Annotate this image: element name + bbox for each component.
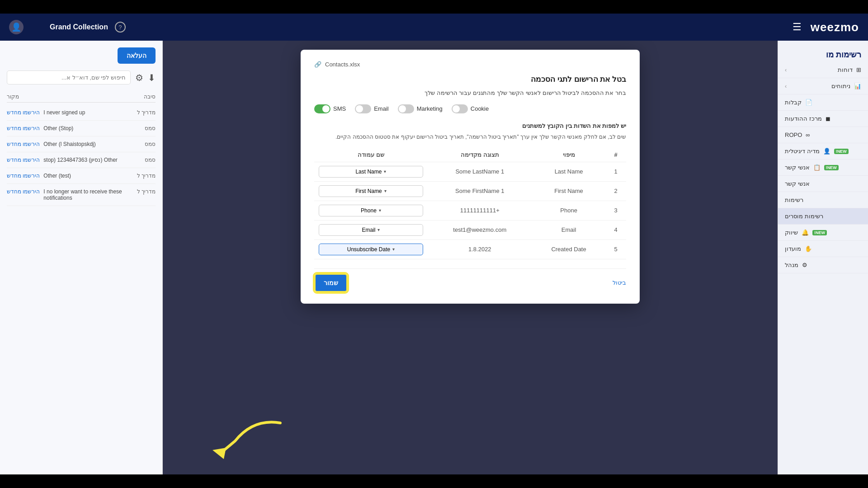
contact-list: מדריך ל I never signed up הירשמו מחדש סמ…	[7, 105, 156, 206]
mapping-col-header: תצוגה מקדימה	[428, 148, 532, 162]
sidebar-item-1[interactable]: 📊ניתוחים›	[778, 78, 868, 94]
re-register-link[interactable]: הירשמו מחדש	[7, 188, 40, 195]
re-register-link[interactable]: הירשמו מחדש	[7, 141, 40, 147]
toggle-item: Cookie	[452, 104, 489, 113]
mapping-col-header: מיפוי	[532, 148, 606, 162]
sidebar-item-9[interactable]: רשימות מוסרים	[778, 208, 868, 225]
download-icon[interactable]: ⬇	[148, 72, 156, 83]
sidebar-item-label: דוחות	[838, 66, 853, 73]
mapping-select-cell[interactable]: ▾ Phone	[314, 201, 428, 220]
mapping-select-cell[interactable]: ▾ First Name	[314, 181, 428, 201]
mapping-select-cell[interactable]: ▾ Email	[314, 220, 428, 239]
list-item: מדריך ל Other (test) הירשמו מחדש	[7, 168, 156, 184]
select-value: Unsubscribe Date	[347, 246, 390, 253]
sidebar-item-label: אנשי קשר	[785, 164, 810, 171]
mapping-col-header: שם עמודה	[314, 148, 428, 162]
link-icon: 🔗	[314, 61, 321, 68]
select-arrow: ▾	[379, 208, 381, 213]
sidebar-item-3[interactable]: ◼מרכז ההודעות	[778, 111, 868, 127]
reason-text: I never signed up	[40, 109, 137, 116]
mapping-title: יש למפות את השדות בין הקובץ למשתנים	[314, 122, 626, 129]
select-arrow: ▾	[377, 227, 380, 232]
toggle-row: Cookie Marketing Email SMS	[314, 104, 626, 113]
sidebar-item-4[interactable]: ∞ROPO	[778, 127, 868, 143]
search-input[interactable]	[7, 70, 131, 84]
sidebar-item-label: אנשי קשר	[785, 180, 810, 187]
toggle-item: Marketing	[398, 104, 443, 113]
re-register-link[interactable]: הירשמו מחדש	[7, 157, 40, 163]
preview-cell: Some LastName 1	[428, 162, 532, 181]
sidebar-item-7[interactable]: אנשי קשר	[778, 176, 868, 192]
toggle-label: SMS	[333, 105, 346, 112]
sidebar-item-10[interactable]: NEW!🔔שיווק	[778, 225, 868, 241]
sidebar-item-8[interactable]: רשימות	[778, 192, 868, 208]
svg-marker-0	[212, 448, 226, 459]
sidebar-item-5[interactable]: NEW!👤מדיה דיגיטלית	[778, 143, 868, 160]
sidebar-item-icon: ⚙	[802, 262, 807, 268]
save-button[interactable]: שמור	[314, 273, 348, 292]
toggle-item: Email	[355, 104, 389, 113]
modal-dialog: Contacts.xlsx 🔗 בטל את הרישום לתגי הסכמה…	[301, 50, 640, 304]
sidebar-item-icon: ◼	[826, 115, 830, 122]
upload-button[interactable]: העלאה	[118, 47, 156, 64]
select-value: Email	[362, 227, 375, 233]
sidebar-items-container: ⊞דוחות›📊ניתוחים›📄קבלות◼מרכז ההודעות∞ROPO…	[778, 62, 868, 273]
row-number: 2	[605, 181, 626, 201]
select-arrow: ▾	[384, 188, 387, 193]
brand-logo: weezmo	[811, 20, 859, 34]
sidebar-item-label: רשימות	[785, 197, 803, 203]
toggle-item: SMS	[314, 104, 346, 113]
preview-cell: test1@weezmo.com	[428, 220, 532, 239]
row-number: 4	[605, 220, 626, 239]
sidebar-item-11[interactable]: ✋מועדון	[778, 241, 868, 257]
re-register-link[interactable]: הירשמו מחדש	[7, 173, 40, 179]
re-register-link[interactable]: הירשמו מחדש	[7, 125, 40, 131]
sidebar-item-2[interactable]: 📄קבלות	[778, 94, 868, 111]
row-number: 3	[605, 201, 626, 220]
flag-icon	[30, 23, 43, 32]
column-name-cell: First Name	[532, 181, 606, 201]
select-value: Last Name	[355, 169, 382, 175]
help-button[interactable]: ?	[115, 22, 126, 33]
reason-text: Other (נסיון) 1234847363 (stop	[40, 157, 145, 163]
toggle-switch-email[interactable]	[355, 104, 371, 113]
toggle-switch-sms[interactable]	[314, 104, 330, 113]
sidebar-item-label: רשימות מוסרים	[785, 213, 823, 220]
list-item: סמס Other (l Shaistopskdj) הירשמו מחדש	[7, 136, 156, 152]
row-number: 1	[605, 162, 626, 181]
sidebar-item-12[interactable]: ⚙מנהל	[778, 257, 868, 273]
sidebar-item-label: קבלות	[785, 99, 802, 106]
toggle-label: Cookie	[471, 105, 489, 112]
source-text: סמס	[145, 141, 156, 147]
sidebar-item-icon: 📋	[813, 164, 821, 171]
sidebar-item-6[interactable]: NEW!📋אנשי קשר	[778, 160, 868, 176]
sidebar-item-0[interactable]: ⊞דוחות›	[778, 62, 868, 78]
toggle-switch-cookie[interactable]	[452, 104, 468, 113]
menu-button[interactable]: ☰	[793, 21, 802, 33]
mapping-select-cell[interactable]: ▾ Unsubscribe Date	[314, 239, 428, 259]
toggle-switch-marketing[interactable]	[398, 104, 414, 113]
main-layout: העלאה ⬇ ⚙ סיבה מקור מדריך ל I never sign…	[0, 41, 868, 488]
table-header: סיבה מקור	[7, 91, 156, 103]
source-text: מדריך ל	[137, 188, 156, 195]
sidebar-header: רשימות מו	[778, 45, 868, 62]
mapping-select-cell[interactable]: ▾ Last Name	[314, 162, 428, 181]
black-bar-top	[0, 0, 868, 14]
user-avatar[interactable]: 👤	[9, 20, 24, 34]
mapping-row: 5 Created Date 1.8.2022 ▾ Unsubscribe Da…	[314, 239, 626, 259]
sidebar-item-icon: ∞	[806, 131, 810, 138]
re-register-link[interactable]: הירשמו מחדש	[7, 109, 40, 116]
col-source: מקור	[7, 94, 19, 100]
filter-icon[interactable]: ⚙	[135, 72, 143, 83]
app-title: Grand Collection	[50, 23, 108, 31]
mapping-desc-text: שים לב, אם לחלק מאנשי הקשר שלך אין ערך "…	[335, 134, 626, 140]
cancel-button[interactable]: ביטול	[613, 279, 626, 286]
select-arrow: ▾	[392, 247, 395, 252]
arrow-annotation	[199, 409, 289, 465]
preview-cell: +11111111111	[428, 201, 532, 220]
column-name-cell: Created Date	[532, 239, 606, 259]
center-area: Contacts.xlsx 🔗 בטל את הרישום לתגי הסכמה…	[163, 41, 778, 488]
sidebar-item-icon: ✋	[805, 245, 812, 252]
toolbar-row: ⬇ ⚙	[7, 70, 156, 84]
sidebar-arrow-icon: ›	[785, 66, 787, 73]
